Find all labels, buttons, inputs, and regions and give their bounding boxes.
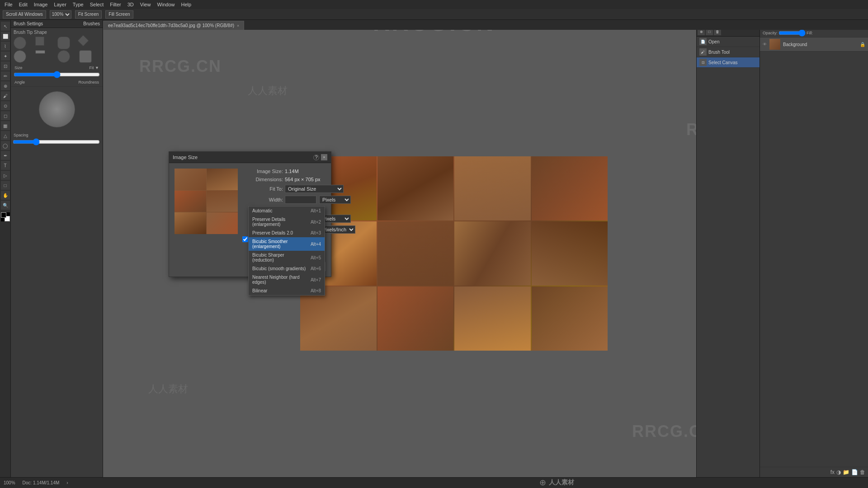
brush-thumb-1[interactable] <box>14 37 26 49</box>
delete-layer-btn[interactable]: 🗑 <box>860 469 865 475</box>
resample-option-bicubic-smooth[interactable]: Bicubic (smooth gradients) Alt+6 <box>249 264 325 273</box>
menu-help[interactable]: Help <box>179 1 194 8</box>
layer-background-row[interactable]: 👁 Background 🔒 <box>760 38 868 52</box>
menu-window[interactable]: Window <box>154 1 177 8</box>
new-group-btn[interactable]: 📁 <box>843 469 849 475</box>
tool-dodge[interactable]: ◯ <box>1 141 10 150</box>
brush-spacing-slider[interactable] <box>13 138 100 145</box>
resample-option-bilinear[interactable]: Bilinear Alt+8 <box>249 286 325 295</box>
menu-view[interactable]: View <box>137 1 154 8</box>
preview-cell-2 <box>207 169 238 190</box>
resample-bicubic-sharper-shortcut: Alt+5 <box>311 255 321 260</box>
resample-option-preserve-details-2[interactable]: Preserve Details 2.0 Alt+3 <box>249 229 325 237</box>
add-layer-style-btn[interactable]: fx <box>830 469 835 475</box>
tool-marquee[interactable]: ⬜ <box>1 32 10 41</box>
menu-3d[interactable]: 3D <box>125 1 137 8</box>
layer-lock-icon: 🔒 <box>860 42 865 47</box>
new-layer-btn[interactable]: 📄 <box>851 469 858 475</box>
fit-screen-btn[interactable]: Fit Screen <box>75 10 102 19</box>
tool-shape[interactable]: □ <box>1 181 10 190</box>
wm-rrcg-1: RRCG.CN <box>139 57 222 76</box>
bottom-site-label: 人人素材 <box>549 479 574 487</box>
tool-move[interactable]: ↖ <box>1 22 10 31</box>
tool-path-select[interactable]: ▷ <box>1 171 10 180</box>
tool-clone[interactable]: ⊙ <box>1 101 10 110</box>
menu-filter[interactable]: Filter <box>107 1 123 8</box>
tool-pen[interactable]: ✒ <box>1 151 10 160</box>
layers-panel: Layers Channels Paths » Opacity: Fill: 👁… <box>760 20 868 477</box>
history-entry-brush[interactable]: 🖌 Brush Tool <box>697 47 760 57</box>
tool-gradient[interactable]: ▦ <box>1 121 10 130</box>
tool-zoom[interactable]: 🔍 <box>1 201 10 210</box>
tab-close-icon[interactable]: × <box>237 23 239 28</box>
resample-automatic-shortcut: Alt+1 <box>311 208 321 213</box>
tool-eyedropper[interactable]: ✏ <box>1 71 10 80</box>
tool-lasso[interactable]: ⌇ <box>1 42 10 51</box>
scroll-all-windows-btn[interactable]: Scroll All Windows <box>3 10 46 19</box>
dialog-info-icon[interactable]: ? <box>313 155 319 160</box>
add-mask-btn[interactable]: ◑ <box>836 469 841 475</box>
brush-preview-circle <box>39 91 75 127</box>
resample-option-nearest-neighbor[interactable]: Nearest Neighbor (hard edges) Alt+7 <box>249 273 325 286</box>
brush-thumb-7[interactable] <box>57 50 70 63</box>
width-input[interactable]: 564 <box>285 196 316 204</box>
resample-option-automatic[interactable]: Automatic Alt+1 <box>249 206 325 215</box>
menu-image[interactable]: Image <box>31 1 51 8</box>
brush-thumb-6[interactable] <box>35 50 45 54</box>
bottom-watermark: ⊕ 人人素材 <box>539 477 574 488</box>
history-select-canvas-label: Select Canvas <box>708 60 737 65</box>
menu-select[interactable]: Select <box>87 1 107 8</box>
dialog-title: Image Size <box>173 155 198 160</box>
tool-crop[interactable]: ⊡ <box>1 61 10 70</box>
menu-file[interactable]: File <box>2 1 15 8</box>
dialog-title-controls: ? × <box>313 154 327 160</box>
brush-thumb-3[interactable] <box>57 37 70 49</box>
layer-visibility-icon[interactable]: 👁 <box>763 42 767 47</box>
width-unit-select[interactable]: Pixels <box>319 196 351 204</box>
tool-magic-wand[interactable]: ✦ <box>1 52 10 61</box>
fit-to-select[interactable]: Original Size <box>285 185 344 193</box>
fit-to-label: Fit To: <box>242 186 283 192</box>
brush-thumb-2[interactable] <box>35 37 44 46</box>
resample-automatic-label: Automatic <box>252 208 272 213</box>
resample-option-bicubic-smoother[interactable]: Bicubic Smoother (enlargement) Alt+4 <box>249 237 325 251</box>
resample-bicubic-smoother-label: Bicubic Smoother (enlargement) <box>252 239 307 249</box>
brush-size-slider[interactable] <box>14 71 100 78</box>
brush-thumb-8[interactable] <box>79 50 92 63</box>
history-open-label: Open <box>708 39 719 44</box>
menu-layer[interactable]: Layer <box>51 1 69 8</box>
tool-type[interactable]: T <box>1 161 10 170</box>
resample-option-bicubic-sharper[interactable]: Bicubic Sharper (reduction) Alt+5 <box>249 251 325 264</box>
tool-healing[interactable]: ⊕ <box>1 81 10 90</box>
brush-size-label-row: Size Fit ▼ <box>14 66 100 70</box>
brush-thumb-4[interactable] <box>77 35 89 46</box>
resample-checkbox[interactable] <box>242 236 248 242</box>
resample-nearest-neighbor-shortcut: Alt+7 <box>311 277 321 282</box>
tool-hand[interactable]: ✋ <box>1 191 10 200</box>
image-size-label: Image Size: <box>242 169 283 174</box>
resample-option-preserve-details[interactable]: Preserve Details (enlargement) Alt+2 <box>249 215 325 229</box>
preview-cell-3 <box>175 191 206 212</box>
layers-opacity-slider[interactable] <box>778 31 806 35</box>
fill-screen-btn[interactable]: Fill Screen <box>105 10 133 19</box>
layer-background-name: Background <box>783 42 807 47</box>
history-entry-select-canvas[interactable]: ⊡ Select Canvas <box>697 57 760 68</box>
tool-eraser[interactable]: ◻ <box>1 111 10 120</box>
zoom-select[interactable]: 100% <box>50 10 71 19</box>
wood-cell-11 <box>454 286 531 351</box>
roundness-label: Roundness <box>78 80 99 84</box>
foreground-background-color[interactable] <box>1 212 10 221</box>
tool-blur[interactable]: △ <box>1 131 10 140</box>
tool-brush[interactable]: 🖌 <box>1 91 10 100</box>
resample-bicubic-smooth-label: Bicubic (smooth gradients) <box>252 266 306 271</box>
history-entry-open[interactable]: 📄 Open <box>697 37 760 47</box>
menu-type[interactable]: Type <box>70 1 86 8</box>
brush-tip-shape-label[interactable]: Brush Tip Shape <box>14 30 100 35</box>
resample-preserve-details-2-label: Preserve Details 2.0 <box>252 230 293 235</box>
document-tab[interactable]: ee7ea93ad5c14ec7b0ffe1dth-7d3bc5a0.jpg @… <box>103 21 244 30</box>
brush-thumb-5[interactable] <box>14 50 26 63</box>
dimensions-value: 564 px × 705 px <box>285 177 321 182</box>
resample-bicubic-sharper-label: Bicubic Sharper (reduction) <box>252 253 307 263</box>
menu-edit[interactable]: Edit <box>16 1 30 8</box>
dialog-close-btn[interactable]: × <box>321 154 327 160</box>
